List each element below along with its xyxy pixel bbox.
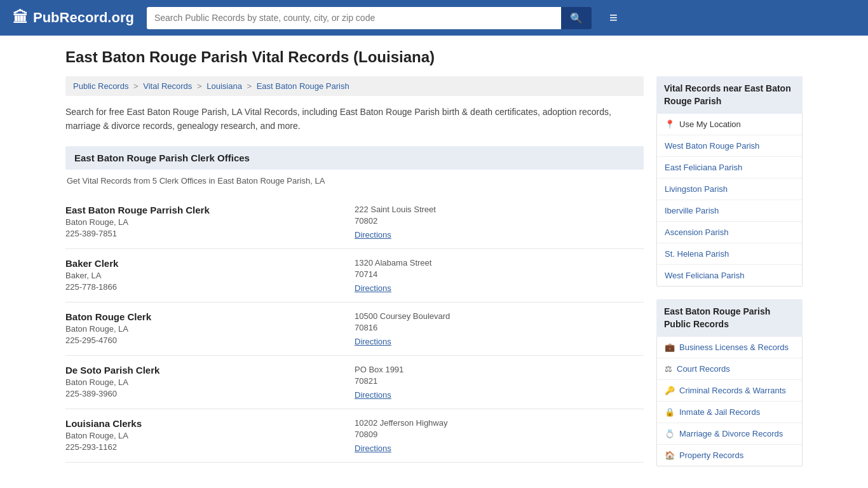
office-right: PO Box 1991 70821 Directions bbox=[355, 365, 644, 400]
search-bar: 🔍 bbox=[147, 7, 592, 29]
office-entry: Baton Rouge Clerk Baton Rouge, LA 225-29… bbox=[65, 302, 644, 356]
sidebar-parish-item: Ascension Parish bbox=[657, 222, 802, 243]
office-address-line1: 1320 Alabama Street bbox=[355, 258, 644, 268]
office-address-line1: 10500 Coursey Boulevard bbox=[355, 311, 644, 321]
sidebar: Vital Records near East Baton Rouge Pari… bbox=[656, 76, 803, 479]
sidebar-vital-list: 📍 Use My Location West Baton Rouge Paris… bbox=[656, 114, 803, 287]
office-right: 10500 Coursey Boulevard 70816 Directions bbox=[355, 311, 644, 346]
office-left: De Soto Parish Clerk Baton Rouge, LA 225… bbox=[65, 365, 355, 400]
sidebar-pr-item: 🔑 Criminal Records & Warrants bbox=[657, 380, 802, 402]
clerk-section-header: East Baton Rouge Parish Clerk Offices bbox=[65, 146, 644, 170]
pr-item-link[interactable]: Court Records bbox=[677, 364, 730, 374]
pr-item-link[interactable]: Property Records bbox=[679, 451, 743, 460]
site-header: 🏛 PubRecord.org 🔍 ≡ bbox=[0, 0, 868, 36]
office-city: Baton Rouge, LA bbox=[65, 217, 355, 227]
office-phone: 225-295-4760 bbox=[65, 336, 355, 345]
page-title: East Baton Rouge Parish Vital Records (L… bbox=[65, 48, 803, 66]
offices-list: East Baton Rouge Parrish Clerk Baton Rou… bbox=[65, 196, 644, 463]
office-phone: 225-778-1866 bbox=[65, 282, 355, 292]
pr-item-icon: 🏠 bbox=[665, 451, 675, 460]
pr-item-icon: 🔑 bbox=[665, 386, 675, 395]
sidebar-parish-item: Iberville Parish bbox=[657, 200, 802, 222]
parish-link[interactable]: St. Helena Parish bbox=[665, 249, 729, 259]
menu-button[interactable]: ≡ bbox=[604, 6, 623, 29]
office-city: Baton Rouge, LA bbox=[65, 431, 355, 440]
parish-link[interactable]: Livingston Parish bbox=[665, 184, 728, 194]
main-content: Public Records > Vital Records > Louisia… bbox=[65, 76, 644, 479]
office-right: 222 Saint Louis Street 70802 Directions bbox=[355, 205, 644, 240]
office-right: 1320 Alabama Street 70714 Directions bbox=[355, 258, 644, 293]
breadcrumb-vital-records[interactable]: Vital Records bbox=[143, 81, 192, 91]
search-button[interactable]: 🔍 bbox=[561, 7, 592, 29]
office-address-line2: 70802 bbox=[355, 216, 644, 226]
office-city: Baker, LA bbox=[65, 271, 355, 280]
sidebar-parish-item: East Feliciana Parish bbox=[657, 157, 802, 179]
sidebar-parish-item: West Baton Rouge Parish bbox=[657, 135, 802, 157]
search-input[interactable] bbox=[147, 7, 561, 29]
parish-link[interactable]: Ascension Parish bbox=[665, 227, 728, 237]
intro-text: Search for free East Baton Rouge Parish,… bbox=[65, 105, 644, 133]
office-address-line1: 222 Saint Louis Street bbox=[355, 205, 644, 214]
breadcrumb: Public Records > Vital Records > Louisia… bbox=[65, 76, 644, 96]
sidebar-parishes: West Baton Rouge ParishEast Feliciana Pa… bbox=[657, 135, 802, 286]
sidebar-parish-item: West Feliciana Parish bbox=[657, 265, 802, 286]
parish-link[interactable]: West Baton Rouge Parish bbox=[665, 141, 759, 151]
office-left: Baker Clerk Baker, LA 225-778-1866 bbox=[65, 258, 355, 293]
office-phone: 225-389-7851 bbox=[65, 229, 355, 238]
office-phone: 225-389-3960 bbox=[65, 389, 355, 398]
office-name: East Baton Rouge Parrish Clerk bbox=[65, 205, 355, 215]
page-wrapper: East Baton Rouge Parish Vital Records (L… bbox=[53, 36, 815, 488]
parish-link[interactable]: West Feliciana Parish bbox=[665, 271, 744, 280]
office-address-line2: 70809 bbox=[355, 430, 644, 439]
pr-item-icon: 🔒 bbox=[665, 407, 675, 417]
office-name: De Soto Parish Clerk bbox=[65, 365, 355, 376]
directions-link[interactable]: Directions bbox=[355, 444, 391, 453]
pr-item-icon: 💍 bbox=[665, 429, 675, 438]
office-city: Baton Rouge, LA bbox=[65, 377, 355, 387]
office-name: Baton Rouge Clerk bbox=[65, 311, 355, 322]
site-logo[interactable]: 🏛 PubRecord.org bbox=[13, 9, 134, 27]
sidebar-public-records-list: 💼 Business Licenses & Records ⚖ Court Re… bbox=[656, 337, 803, 466]
breadcrumb-public-records[interactable]: Public Records bbox=[73, 81, 128, 91]
clerk-section-sub: Get Vital Records from 5 Clerk Offices i… bbox=[65, 176, 644, 186]
office-name: Baker Clerk bbox=[65, 258, 355, 269]
office-name: Louisiana Clerks bbox=[65, 418, 355, 429]
directions-link[interactable]: Directions bbox=[355, 390, 391, 400]
parish-link[interactable]: East Feliciana Parish bbox=[665, 163, 742, 172]
office-phone: 225-293-1162 bbox=[65, 442, 355, 452]
pr-item-link[interactable]: Criminal Records & Warrants bbox=[679, 386, 786, 395]
directions-link[interactable]: Directions bbox=[355, 283, 391, 293]
sidebar-pr-item: 💍 Marriage & Divorce Records bbox=[657, 423, 802, 445]
sidebar-vital-title: Vital Records near East Baton Rouge Pari… bbox=[656, 76, 803, 114]
office-address-line2: 70821 bbox=[355, 376, 644, 386]
office-entry: Baker Clerk Baker, LA 225-778-1866 1320 … bbox=[65, 249, 644, 302]
sidebar-public-records-box: East Baton Rouge Parish Public Records 💼… bbox=[656, 299, 803, 466]
directions-link[interactable]: Directions bbox=[355, 337, 391, 346]
breadcrumb-sep2: > bbox=[197, 81, 204, 91]
pr-item-link[interactable]: Marriage & Divorce Records bbox=[679, 429, 783, 438]
sidebar-vital-box: Vital Records near East Baton Rouge Pari… bbox=[656, 76, 803, 287]
office-entry: De Soto Parish Clerk Baton Rouge, LA 225… bbox=[65, 356, 644, 409]
office-address-line2: 70816 bbox=[355, 323, 644, 332]
breadcrumb-louisiana[interactable]: Louisiana bbox=[207, 81, 242, 91]
office-left: East Baton Rouge Parrish Clerk Baton Rou… bbox=[65, 205, 355, 240]
pr-item-icon: 💼 bbox=[665, 342, 675, 352]
sidebar-pr-item: 🔒 Inmate & Jail Records bbox=[657, 402, 802, 423]
office-address-line1: PO Box 1991 bbox=[355, 365, 644, 374]
office-entry: Louisiana Clerks Baton Rouge, LA 225-293… bbox=[65, 409, 644, 463]
office-address-line2: 70714 bbox=[355, 269, 644, 279]
breadcrumb-parish[interactable]: East Baton Rouge Parish bbox=[257, 81, 349, 91]
directions-link[interactable]: Directions bbox=[355, 230, 391, 240]
parish-link[interactable]: Iberville Parish bbox=[665, 206, 719, 215]
logo-text: PubRecord.org bbox=[33, 10, 134, 26]
breadcrumb-sep1: > bbox=[133, 81, 140, 91]
hamburger-icon: ≡ bbox=[609, 10, 618, 25]
office-city: Baton Rouge, LA bbox=[65, 324, 355, 334]
pr-item-link[interactable]: Business Licenses & Records bbox=[679, 342, 789, 352]
pr-item-link[interactable]: Inmate & Jail Records bbox=[679, 407, 760, 417]
sidebar-pr-items: 💼 Business Licenses & Records ⚖ Court Re… bbox=[657, 337, 802, 466]
breadcrumb-sep3: > bbox=[247, 81, 254, 91]
office-entry: East Baton Rouge Parrish Clerk Baton Rou… bbox=[65, 196, 644, 249]
office-left: Louisiana Clerks Baton Rouge, LA 225-293… bbox=[65, 418, 355, 453]
sidebar-use-location[interactable]: 📍 Use My Location bbox=[657, 114, 802, 135]
